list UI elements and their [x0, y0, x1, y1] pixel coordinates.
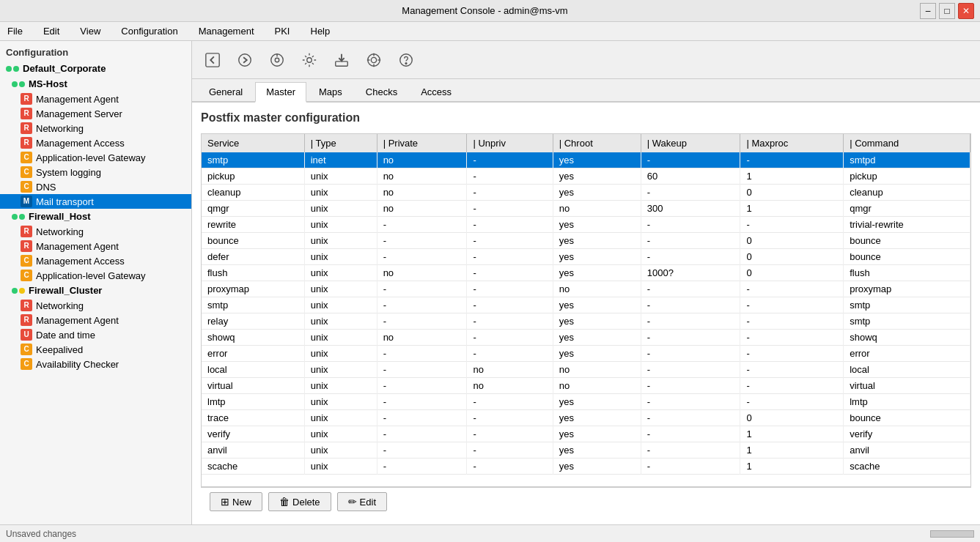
cell-command: trivial-rewrite: [844, 217, 970, 233]
table-row[interactable]: scacheunix--yes-1scache: [202, 459, 970, 475]
svg-point-9: [371, 57, 376, 62]
cell-maxproc: -: [740, 346, 844, 362]
table-row[interactable]: anvilunix--yes-1anvil: [202, 442, 970, 459]
sidebar-item-networking-fc[interactable]: R Networking: [0, 298, 191, 313]
table-row[interactable]: proxymapunix--no--proxymap: [202, 281, 970, 297]
sidebar-item-date-time[interactable]: U Date and time: [0, 327, 191, 342]
table-row[interactable]: pickupunixno-yes601pickup: [202, 168, 970, 185]
sidebar-label-firewall-host: Firewall_Host: [29, 211, 91, 222]
sidebar-item-mail-transport[interactable]: M Mail transport: [0, 194, 191, 209]
sidebar-item-management-agent-fw[interactable]: R Management Agent: [0, 239, 191, 253]
upload-button[interactable]: [327, 45, 356, 75]
sidebar-item-management-agent[interactable]: R Management Agent: [0, 92, 191, 106]
cell-maxproc: -: [740, 217, 844, 233]
cell-maxproc: 0: [740, 233, 844, 249]
table-row[interactable]: lmtpunix--yes--lmtp: [202, 394, 970, 410]
sidebar-item-management-server[interactable]: R Management Server: [0, 106, 191, 121]
settings-button[interactable]: [295, 45, 324, 75]
table-row[interactable]: virtualunix-nono--virtual: [202, 378, 970, 394]
sidebar-item-firewall-cluster[interactable]: Firewall_Cluster: [0, 283, 191, 298]
sidebar-item-management-access[interactable]: R Management Access: [0, 136, 191, 150]
cell-private: no: [377, 185, 467, 201]
table-row[interactable]: localunix-nono--local: [202, 362, 970, 378]
sidebar-label: Mail transport: [36, 196, 94, 207]
minimize-button[interactable]: –: [920, 3, 936, 19]
table-row[interactable]: cleanupunixno-yes-0cleanup: [202, 185, 970, 201]
cell-service: proxymap: [202, 281, 304, 297]
sidebar-item-networking[interactable]: R Networking: [0, 121, 191, 136]
table-row[interactable]: rewriteunix--yes--trivial-rewrite: [202, 217, 970, 233]
sidebar-item-application-gateway-fw[interactable]: C Application-level Gateway: [0, 268, 191, 283]
cell-unpriv: -: [467, 233, 553, 249]
menu-pki[interactable]: PKI: [270, 24, 295, 38]
new-button[interactable]: ⊞ New: [210, 492, 262, 511]
table-row[interactable]: smtpunix--yes--smtp: [202, 297, 970, 313]
help-button[interactable]: [391, 45, 421, 75]
menu-edit[interactable]: Edit: [39, 24, 64, 38]
cell-chroot: yes: [553, 410, 641, 426]
menu-configuration[interactable]: Configuration: [117, 24, 182, 38]
target-button[interactable]: [359, 45, 388, 75]
menu-help[interactable]: Help: [306, 24, 335, 38]
sidebar-item-management-access-fw[interactable]: C Management Access: [0, 253, 191, 268]
cell-wakeup: 60: [641, 168, 740, 185]
sidebar-item-application-gateway[interactable]: C Application-level Gateway: [0, 150, 191, 165]
badge-R: R: [21, 108, 32, 119]
delete-button[interactable]: 🗑 Delete: [268, 492, 331, 511]
sidebar-item-networking-fw[interactable]: R Networking: [0, 224, 191, 239]
col-type[interactable]: | Type: [304, 134, 377, 152]
cell-maxproc: 1: [740, 168, 844, 185]
back-nav-button[interactable]: [198, 45, 227, 75]
sidebar-item-firewall-host[interactable]: Firewall_Host: [0, 209, 191, 224]
menu-view[interactable]: View: [75, 24, 105, 38]
col-wakeup[interactable]: | Wakeup: [641, 134, 740, 152]
tab-master[interactable]: Master: [255, 82, 306, 103]
sidebar-item-availability-checker[interactable]: C Availability Checker: [0, 357, 191, 371]
sidebar-item-dns[interactable]: C DNS: [0, 179, 191, 194]
table-row[interactable]: traceunix--yes-0bounce: [202, 410, 970, 426]
table-row[interactable]: flushunixno-yes1000?0flush: [202, 265, 970, 281]
table-row[interactable]: showqunixno-yes--showq: [202, 330, 970, 346]
view-button[interactable]: [262, 45, 292, 75]
tab-maps[interactable]: Maps: [308, 82, 353, 101]
edit-button[interactable]: ✏ Edit: [337, 492, 387, 511]
sidebar-item-default-corporate[interactable]: Default_Corporate: [0, 61, 191, 76]
sidebar-item-ms-host[interactable]: MS-Host: [0, 76, 191, 92]
menu-management[interactable]: Management: [194, 24, 259, 38]
sidebar-label: Date and time: [36, 330, 95, 341]
forward-nav-button[interactable]: [230, 45, 259, 75]
sidebar-item-keepalived[interactable]: C Keepalived: [0, 342, 191, 357]
tab-access[interactable]: Access: [410, 82, 463, 101]
col-unpriv[interactable]: | Unpriv: [467, 134, 553, 152]
col-maxproc[interactable]: | Maxproc: [740, 134, 844, 152]
maximize-button[interactable]: □: [939, 3, 955, 19]
table-row[interactable]: smtpinetno-yes--smtpd: [202, 152, 970, 168]
tab-checks[interactable]: Checks: [355, 82, 408, 101]
cell-chroot: yes: [553, 185, 641, 201]
table-row[interactable]: qmgrunixno-no3001qmgr: [202, 201, 970, 217]
sidebar-item-system-logging[interactable]: C System logging: [0, 165, 191, 179]
cell-unpriv: -: [467, 249, 553, 265]
cell-unpriv: no: [467, 378, 553, 394]
col-chroot[interactable]: | Chroot: [553, 134, 641, 152]
table-row[interactable]: deferunix--yes-0bounce: [202, 249, 970, 265]
table-row[interactable]: relayunix--yes--smtp: [202, 313, 970, 330]
col-private[interactable]: | Private: [377, 134, 467, 152]
scrollbar[interactable]: [930, 530, 974, 538]
cell-wakeup: -: [641, 330, 740, 346]
table-row[interactable]: verifyunix--yes-1verify: [202, 426, 970, 442]
close-button[interactable]: ✕: [958, 3, 974, 19]
col-command[interactable]: | Command: [844, 134, 970, 152]
cell-command: lmtp: [844, 394, 970, 410]
tab-general[interactable]: General: [198, 82, 254, 101]
cell-unpriv: -: [467, 313, 553, 330]
edit-icon: ✏: [348, 496, 357, 508]
sidebar-item-management-agent-fc[interactable]: R Management Agent: [0, 313, 191, 327]
sidebar-label: Management Agent: [36, 315, 119, 326]
table-row[interactable]: bounceunix--yes-0bounce: [202, 233, 970, 249]
badge-C: C: [21, 344, 32, 355]
col-service[interactable]: Service: [202, 134, 304, 152]
dot-green-icon: [12, 214, 18, 220]
table-row[interactable]: errorunix--yes--error: [202, 346, 970, 362]
menu-file[interactable]: File: [3, 24, 27, 38]
